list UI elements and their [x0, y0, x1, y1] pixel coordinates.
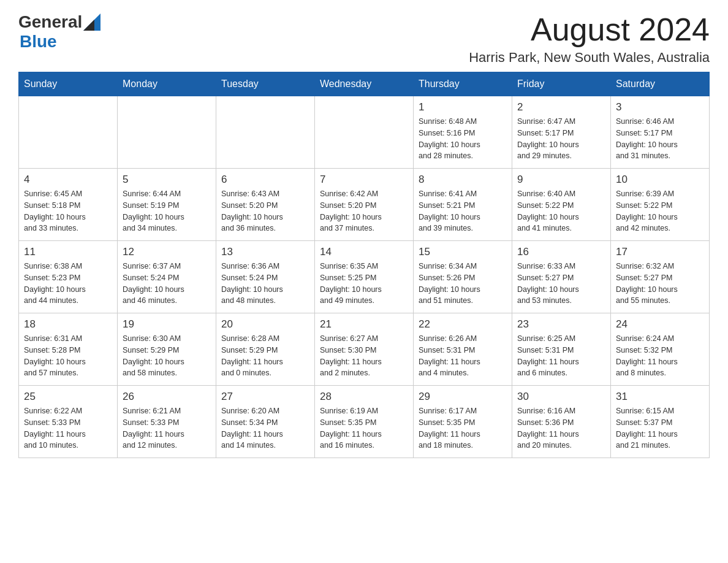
day-info: Sunrise: 6:46 AM Sunset: 5:17 PM Dayligh…	[616, 116, 704, 162]
day-info: Sunrise: 6:21 AM Sunset: 5:33 PM Dayligh…	[123, 405, 211, 451]
day-number: 30	[517, 391, 605, 403]
day-info: Sunrise: 6:43 AM Sunset: 5:20 PM Dayligh…	[221, 188, 309, 234]
calendar-cell: 7Sunrise: 6:42 AM Sunset: 5:20 PM Daylig…	[315, 169, 414, 241]
day-info: Sunrise: 6:40 AM Sunset: 5:22 PM Dayligh…	[517, 188, 605, 234]
day-info: Sunrise: 6:27 AM Sunset: 5:30 PM Dayligh…	[320, 333, 408, 379]
day-info: Sunrise: 6:47 AM Sunset: 5:17 PM Dayligh…	[517, 116, 605, 162]
calendar-cell	[315, 96, 414, 169]
day-info: Sunrise: 6:25 AM Sunset: 5:31 PM Dayligh…	[517, 333, 605, 379]
calendar-cell: 12Sunrise: 6:37 AM Sunset: 5:24 PM Dayli…	[118, 241, 216, 313]
day-number: 13	[221, 246, 309, 258]
day-info: Sunrise: 6:15 AM Sunset: 5:37 PM Dayligh…	[616, 405, 704, 451]
calendar-cell: 24Sunrise: 6:24 AM Sunset: 5:32 PM Dayli…	[611, 313, 710, 386]
day-number: 23	[517, 318, 605, 331]
day-number: 18	[24, 318, 112, 331]
day-info: Sunrise: 6:20 AM Sunset: 5:34 PM Dayligh…	[221, 405, 309, 451]
calendar-cell: 21Sunrise: 6:27 AM Sunset: 5:30 PM Dayli…	[315, 313, 414, 386]
calendar-cell: 25Sunrise: 6:22 AM Sunset: 5:33 PM Dayli…	[19, 386, 118, 458]
logo-blue-text: Blue	[20, 32, 57, 51]
day-info: Sunrise: 6:31 AM Sunset: 5:28 PM Dayligh…	[24, 333, 112, 379]
logo-general-text: General	[18, 12, 82, 32]
day-number: 5	[123, 174, 211, 186]
day-info: Sunrise: 6:34 AM Sunset: 5:26 PM Dayligh…	[419, 261, 507, 307]
calendar-cell: 16Sunrise: 6:33 AM Sunset: 5:27 PM Dayli…	[512, 241, 611, 313]
day-info: Sunrise: 6:24 AM Sunset: 5:32 PM Dayligh…	[616, 333, 704, 379]
day-number: 2	[517, 101, 605, 113]
page-header: General Blue August 2024 Harris Park, Ne…	[18, 12, 710, 66]
calendar-cell: 9Sunrise: 6:40 AM Sunset: 5:22 PM Daylig…	[512, 169, 611, 241]
day-number: 16	[517, 246, 605, 258]
day-number: 6	[221, 174, 309, 186]
title-block: August 2024 Harris Park, New South Wales…	[469, 12, 710, 66]
day-number: 21	[320, 318, 408, 331]
calendar-cell: 2Sunrise: 6:47 AM Sunset: 5:17 PM Daylig…	[512, 96, 611, 169]
calendar-week-row: 4Sunrise: 6:45 AM Sunset: 5:18 PM Daylig…	[19, 169, 710, 241]
calendar-cell: 26Sunrise: 6:21 AM Sunset: 5:33 PM Dayli…	[118, 386, 216, 458]
weekday-header-wednesday: Wednesday	[315, 72, 414, 96]
day-number: 12	[123, 246, 211, 258]
calendar-cell: 8Sunrise: 6:41 AM Sunset: 5:21 PM Daylig…	[414, 169, 512, 241]
day-info: Sunrise: 6:26 AM Sunset: 5:31 PM Dayligh…	[419, 333, 507, 379]
day-info: Sunrise: 6:22 AM Sunset: 5:33 PM Dayligh…	[24, 405, 112, 451]
day-number: 8	[419, 174, 507, 186]
day-info: Sunrise: 6:37 AM Sunset: 5:24 PM Dayligh…	[123, 261, 211, 307]
calendar-cell: 11Sunrise: 6:38 AM Sunset: 5:23 PM Dayli…	[19, 241, 118, 313]
calendar-cell: 31Sunrise: 6:15 AM Sunset: 5:37 PM Dayli…	[611, 386, 710, 458]
calendar-cell: 6Sunrise: 6:43 AM Sunset: 5:20 PM Daylig…	[216, 169, 315, 241]
day-info: Sunrise: 6:36 AM Sunset: 5:24 PM Dayligh…	[221, 261, 309, 307]
calendar-cell: 15Sunrise: 6:34 AM Sunset: 5:26 PM Dayli…	[414, 241, 512, 313]
day-info: Sunrise: 6:17 AM Sunset: 5:35 PM Dayligh…	[419, 405, 507, 451]
calendar-table: SundayMondayTuesdayWednesdayThursdayFrid…	[18, 72, 710, 458]
day-info: Sunrise: 6:28 AM Sunset: 5:29 PM Dayligh…	[221, 333, 309, 379]
weekday-header-saturday: Saturday	[611, 72, 710, 96]
calendar-cell	[216, 96, 315, 169]
calendar-cell: 18Sunrise: 6:31 AM Sunset: 5:28 PM Dayli…	[19, 313, 118, 386]
weekday-header-monday: Monday	[118, 72, 216, 96]
calendar-cell: 1Sunrise: 6:48 AM Sunset: 5:16 PM Daylig…	[414, 96, 512, 169]
calendar-cell: 17Sunrise: 6:32 AM Sunset: 5:27 PM Dayli…	[611, 241, 710, 313]
svg-marker-1	[83, 20, 94, 31]
calendar-week-row: 11Sunrise: 6:38 AM Sunset: 5:23 PM Dayli…	[19, 241, 710, 313]
calendar-cell: 22Sunrise: 6:26 AM Sunset: 5:31 PM Dayli…	[414, 313, 512, 386]
calendar-week-row: 18Sunrise: 6:31 AM Sunset: 5:28 PM Dayli…	[19, 313, 710, 386]
day-number: 3	[616, 101, 704, 113]
day-number: 25	[24, 391, 112, 403]
day-info: Sunrise: 6:19 AM Sunset: 5:35 PM Dayligh…	[320, 405, 408, 451]
calendar-cell: 30Sunrise: 6:16 AM Sunset: 5:36 PM Dayli…	[512, 386, 611, 458]
day-number: 27	[221, 391, 309, 403]
calendar-week-row: 25Sunrise: 6:22 AM Sunset: 5:33 PM Dayli…	[19, 386, 710, 458]
calendar-cell	[118, 96, 216, 169]
calendar-cell: 29Sunrise: 6:17 AM Sunset: 5:35 PM Dayli…	[414, 386, 512, 458]
day-number: 29	[419, 391, 507, 403]
logo: General Blue	[18, 12, 100, 52]
calendar-cell: 14Sunrise: 6:35 AM Sunset: 5:25 PM Dayli…	[315, 241, 414, 313]
calendar-cell: 13Sunrise: 6:36 AM Sunset: 5:24 PM Dayli…	[216, 241, 315, 313]
day-info: Sunrise: 6:39 AM Sunset: 5:22 PM Dayligh…	[616, 188, 704, 234]
calendar-cell: 4Sunrise: 6:45 AM Sunset: 5:18 PM Daylig…	[19, 169, 118, 241]
day-info: Sunrise: 6:30 AM Sunset: 5:29 PM Dayligh…	[123, 333, 211, 379]
calendar-cell	[19, 96, 118, 169]
day-info: Sunrise: 6:45 AM Sunset: 5:18 PM Dayligh…	[24, 188, 112, 234]
logo-icon	[83, 13, 100, 31]
weekday-header-thursday: Thursday	[414, 72, 512, 96]
day-number: 20	[221, 318, 309, 331]
calendar-cell: 23Sunrise: 6:25 AM Sunset: 5:31 PM Dayli…	[512, 313, 611, 386]
day-number: 7	[320, 174, 408, 186]
calendar-header-row: SundayMondayTuesdayWednesdayThursdayFrid…	[19, 72, 710, 96]
day-number: 15	[419, 246, 507, 258]
month-title: August 2024	[469, 12, 710, 47]
weekday-header-sunday: Sunday	[19, 72, 118, 96]
calendar-cell: 28Sunrise: 6:19 AM Sunset: 5:35 PM Dayli…	[315, 386, 414, 458]
calendar-cell: 5Sunrise: 6:44 AM Sunset: 5:19 PM Daylig…	[118, 169, 216, 241]
day-number: 22	[419, 318, 507, 331]
day-info: Sunrise: 6:44 AM Sunset: 5:19 PM Dayligh…	[123, 188, 211, 234]
calendar-cell: 20Sunrise: 6:28 AM Sunset: 5:29 PM Dayli…	[216, 313, 315, 386]
day-number: 17	[616, 246, 704, 258]
weekday-header-friday: Friday	[512, 72, 611, 96]
day-number: 9	[517, 174, 605, 186]
day-info: Sunrise: 6:33 AM Sunset: 5:27 PM Dayligh…	[517, 261, 605, 307]
day-number: 19	[123, 318, 211, 331]
calendar-cell: 19Sunrise: 6:30 AM Sunset: 5:29 PM Dayli…	[118, 313, 216, 386]
day-info: Sunrise: 6:41 AM Sunset: 5:21 PM Dayligh…	[419, 188, 507, 234]
calendar-week-row: 1Sunrise: 6:48 AM Sunset: 5:16 PM Daylig…	[19, 96, 710, 169]
